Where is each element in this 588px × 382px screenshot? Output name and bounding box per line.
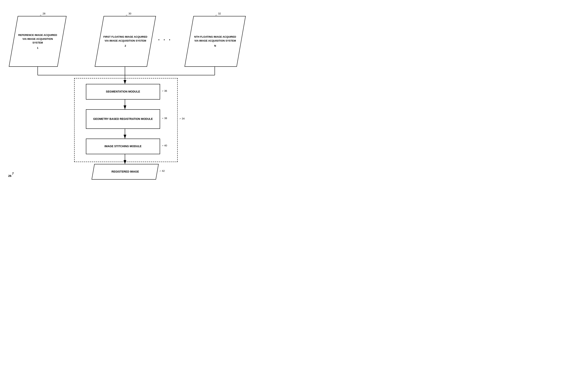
figure-number: 26 xyxy=(8,174,12,177)
geometry-module-node: GEOMETRY BASED REGISTRATION MODULE xyxy=(86,109,160,129)
geometry-module-label: GEOMETRY BASED REGISTRATION MODULE xyxy=(93,117,153,121)
first-float-label: FIRST FLOATING IMAGE ACQUIRED VIA IMAGE … xyxy=(103,35,147,48)
ref-34-label: ⌐ 34 xyxy=(180,117,185,120)
nth-float-node: NTH FLOATING IMAGE ACQUIRED VIA IMAGE AC… xyxy=(185,16,246,67)
first-float-node: FIRST FLOATING IMAGE ACQUIRED VIA IMAGE … xyxy=(95,16,156,67)
ref-image-label: REFERENCE IMAGE ACQUIRED VIA IMAGE ACQUI… xyxy=(17,33,58,50)
registered-image-node: REGISTERED IMAGE xyxy=(92,164,159,180)
registered-image-label: REGISTERED IMAGE xyxy=(111,170,139,174)
ref-28-label: 28 xyxy=(42,12,45,15)
segmentation-module-label: SEGMENTATION MODULE xyxy=(106,90,140,94)
ref-42-label: ⌐ 42 xyxy=(160,170,165,172)
diagram: 28 ⌐ 30 ⌐ 32 ⌐ REFERENCE IMAGE ACQUIRED … xyxy=(0,0,294,191)
ref-36-label: ⌐ 36 xyxy=(162,89,167,92)
stitching-module-label: IMAGE STITCHING MODULE xyxy=(105,145,142,148)
ref-32-label: 32 xyxy=(218,12,221,15)
ref-40-label: ⌐ 40 xyxy=(162,144,167,147)
ref-38-label: ⌐ 38 xyxy=(162,117,167,120)
stitching-module-node: IMAGE STITCHING MODULE xyxy=(86,139,160,154)
ref-image-node: REFERENCE IMAGE ACQUIRED VIA IMAGE ACQUI… xyxy=(9,16,66,67)
nth-float-label: NTH FLOATING IMAGE ACQUIRED VIA IMAGE AC… xyxy=(193,35,237,48)
dots: · · · xyxy=(158,37,172,43)
segmentation-module-node: SEGMENTATION MODULE xyxy=(86,84,160,100)
ref-30-label: 30 xyxy=(128,12,131,15)
